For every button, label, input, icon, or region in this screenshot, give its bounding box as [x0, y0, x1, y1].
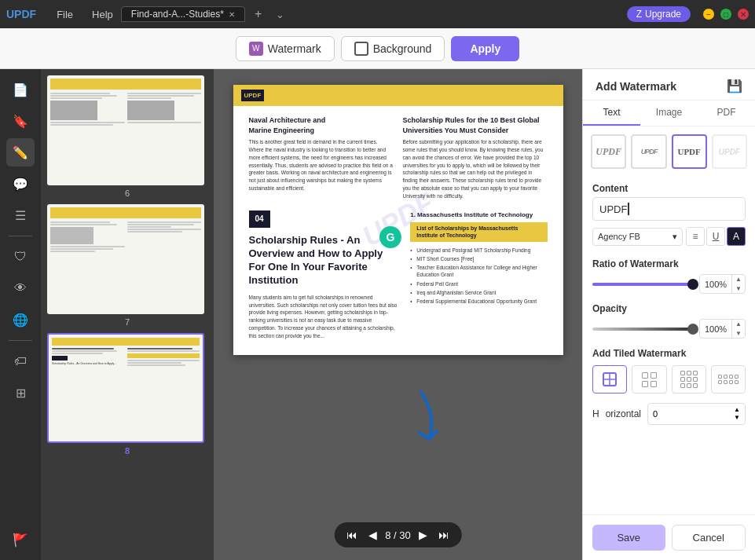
- opacity-down-arrow[interactable]: ▼: [732, 329, 745, 339]
- ratio-down-arrow[interactable]: ▼: [732, 284, 745, 294]
- tab-image[interactable]: Image: [640, 101, 698, 126]
- chapter-section: 04 Scholarship Rules - An Overview and H…: [249, 210, 400, 339]
- content-input[interactable]: UPDF: [592, 197, 746, 221]
- last-page-button[interactable]: ⏭: [435, 527, 453, 543]
- style-3[interactable]: UPDF: [672, 134, 707, 169]
- sidebar-comment-icon[interactable]: 💬: [6, 170, 35, 198]
- thumbnail-img-8: Scholarship Rules - An Overview and How …: [47, 333, 204, 443]
- tiled-grid: [592, 365, 746, 393]
- panel-header: Add Watermark 💾: [583, 69, 755, 101]
- style-1[interactable]: UPDF: [591, 134, 626, 169]
- app-logo: UPDF: [6, 8, 36, 20]
- bullet-5: Ireq and Afghanistan Service Grant: [410, 289, 547, 296]
- tiled-label: Add Tiled Watermark: [592, 348, 746, 359]
- font-select[interactable]: Agency FB ▾: [592, 228, 683, 246]
- action-buttons: Save Cancel: [583, 514, 755, 560]
- style-grid: UPDF UPDF UPDF UPDF: [583, 126, 755, 177]
- sidebar-stamp-icon[interactable]: 🏷: [6, 347, 35, 375]
- chapter-num: 04: [249, 210, 270, 228]
- sidebar-ocr-icon[interactable]: 👁: [6, 274, 35, 302]
- sidebar-edit-icon[interactable]: ✏️: [6, 138, 35, 167]
- sidebar-translate-icon[interactable]: 🌐: [6, 306, 35, 334]
- horiz-down-arrow[interactable]: ▼: [734, 414, 740, 422]
- tiled-section: Add Tiled Watermark: [583, 345, 755, 400]
- tab-text[interactable]: Text: [583, 101, 640, 126]
- ratio-thumb[interactable]: [687, 279, 698, 290]
- sub-heading: 1. Massachusetts Institute of Technology: [410, 210, 547, 219]
- first-page-button[interactable]: ⏮: [343, 527, 361, 543]
- grammarly-badge[interactable]: G: [379, 226, 401, 248]
- background-icon: [354, 42, 368, 56]
- sidebar-protect-icon[interactable]: 🛡: [6, 243, 35, 271]
- cancel-button[interactable]: Cancel: [672, 525, 746, 551]
- tiled-2x2[interactable]: [632, 365, 666, 393]
- panel-save-icon[interactable]: 💾: [727, 79, 742, 93]
- prev-page-button[interactable]: ◀: [365, 527, 380, 543]
- opacity-thumb[interactable]: [687, 324, 698, 335]
- tiled-custom[interactable]: [711, 365, 746, 393]
- minimize-button[interactable]: −: [703, 9, 714, 20]
- sidebar-bookmark-icon[interactable]: 🔖: [6, 107, 35, 135]
- ratio-track[interactable]: [592, 283, 693, 286]
- save-button[interactable]: Save: [592, 525, 665, 551]
- next-page-button[interactable]: ▶: [416, 527, 431, 543]
- background-button[interactable]: Background: [341, 36, 445, 61]
- title-bar: UPDF File Help Find-and-A...-Studies* ✕ …: [0, 0, 755, 28]
- opacity-up-arrow[interactable]: ▲: [732, 320, 745, 329]
- opacity-value-text: 100%: [700, 322, 731, 336]
- page-header: UPDF: [233, 85, 563, 106]
- sidebar-page-icon[interactable]: 📄: [6, 75, 35, 104]
- header-logo: UPDF: [241, 90, 265, 101]
- sidebar-bates-icon[interactable]: ⊞: [6, 379, 35, 407]
- sidebar-divider: [9, 236, 32, 236]
- watermark-button[interactable]: W Watermark: [236, 36, 335, 61]
- sidebar-form-icon[interactable]: ☰: [6, 201, 35, 229]
- tab-close-icon[interactable]: ✕: [229, 10, 235, 19]
- thumbnail-img-7: [47, 204, 204, 314]
- format-buttons: ≡ U A: [686, 227, 746, 246]
- color-button[interactable]: A: [727, 227, 746, 246]
- new-tab-button[interactable]: +: [248, 5, 268, 23]
- underline-button[interactable]: U: [706, 227, 725, 246]
- apply-button[interactable]: Apply: [451, 36, 519, 61]
- align-left-button[interactable]: ≡: [686, 227, 705, 246]
- content-label: Content: [583, 177, 755, 197]
- tiled-3x3[interactable]: [672, 365, 706, 393]
- style-4[interactable]: UPDF: [712, 134, 747, 169]
- thumbnail-8[interactable]: Scholarship Rules - An Overview and How …: [47, 333, 207, 456]
- scholarship-section: 1. Massachusetts Institute of Technology…: [410, 210, 547, 339]
- horiz-arrows: ▲ ▼: [734, 406, 740, 421]
- bullet-2: MIT Short Courses [Free]: [410, 255, 547, 262]
- nav-section2-body: Before submitting your application for a…: [403, 138, 548, 199]
- menu-file[interactable]: File: [49, 7, 81, 22]
- close-button[interactable]: ✕: [738, 9, 749, 20]
- right-panel: Add Watermark 💾 Text Image PDF UPDF UPDF…: [582, 69, 755, 560]
- opacity-slider-row: 100% ▲ ▼: [592, 319, 746, 339]
- opacity-track[interactable]: [592, 328, 693, 331]
- horiz-input[interactable]: 0 ▲ ▼: [647, 403, 746, 424]
- ratio-value-text: 100%: [700, 277, 731, 291]
- panel-title: Add Watermark: [596, 80, 676, 93]
- cursor: [628, 203, 629, 215]
- sidebar-flag-icon[interactable]: 🚩: [6, 525, 35, 554]
- col-right: Scholarship Rules for the 10 Best Global…: [403, 115, 548, 199]
- background-label: Background: [373, 42, 432, 55]
- big-title: Scholarship Rules - An Overview and How …: [249, 234, 400, 287]
- pdf-viewer[interactable]: UPDF Naval Architecture and Marine Engin…: [214, 69, 582, 560]
- bullet-4: Federal Pell Grant: [410, 280, 547, 287]
- tab-dropdown-icon[interactable]: ⌄: [271, 7, 289, 22]
- ratio-up-arrow[interactable]: ▲: [732, 275, 745, 284]
- document-tab[interactable]: Find-and-A...-Studies* ✕: [121, 6, 245, 22]
- maximize-button[interactable]: □: [720, 9, 731, 20]
- opacity-label: Opacity: [592, 303, 746, 314]
- tiled-single[interactable]: [592, 365, 627, 393]
- thumbnail-7[interactable]: 7: [47, 204, 207, 327]
- style-2[interactable]: UPDF: [631, 134, 666, 169]
- tab-pdf[interactable]: PDF: [698, 101, 755, 126]
- upgrade-button[interactable]: Z Upgrade: [627, 6, 691, 22]
- horiz-section: H orizontal 0 ▲ ▼: [583, 400, 755, 430]
- horiz-up-arrow[interactable]: ▲: [734, 406, 740, 414]
- thumbnail-6[interactable]: 6: [47, 75, 207, 198]
- ratio-section: Ratio of Watermark 100% ▲ ▼: [583, 252, 755, 300]
- menu-help[interactable]: Help: [84, 7, 121, 22]
